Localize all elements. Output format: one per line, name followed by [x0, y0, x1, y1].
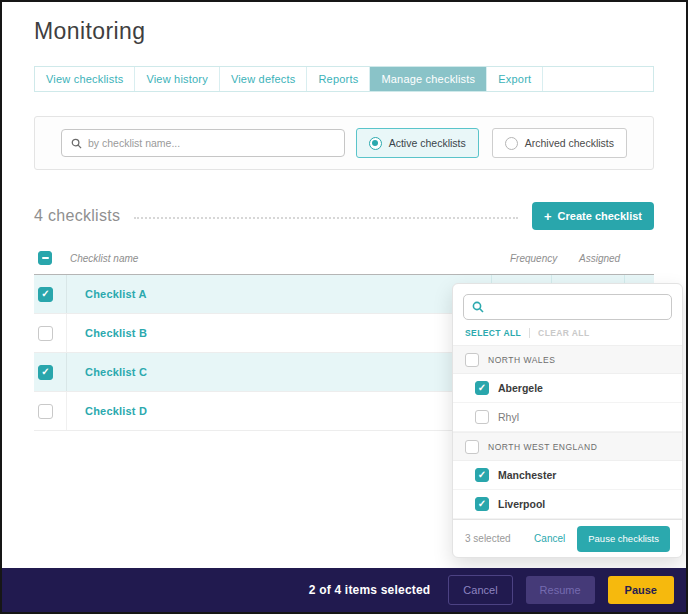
- selected-count: 3 selected: [465, 533, 511, 544]
- popover-group-row[interactable]: NORTH WEST ENGLAND: [453, 432, 682, 461]
- checklist-link[interactable]: Checklist B: [85, 327, 147, 339]
- item-label: Liverpool: [498, 498, 545, 510]
- group-label: NORTH WEST ENGLAND: [488, 442, 597, 452]
- pause-button[interactable]: Pause: [608, 576, 674, 604]
- row-name-cell: Checklist A: [66, 275, 491, 313]
- item-label: Manchester: [498, 469, 556, 481]
- popover-item-row[interactable]: Liverpool: [453, 490, 682, 519]
- radio-selected-icon: [369, 137, 382, 150]
- tab-view-checklists[interactable]: View checklists: [35, 67, 135, 91]
- create-checklist-label: Create checklist: [558, 210, 642, 222]
- tab-reports[interactable]: Reports: [307, 67, 370, 91]
- select-all-link[interactable]: SELECT ALL: [465, 328, 521, 338]
- resume-button[interactable]: Resume: [526, 576, 595, 604]
- popover-list: NORTH WALESAbergeleRhylNORTH WEST ENGLAN…: [453, 345, 682, 519]
- search-icon: [71, 138, 82, 149]
- item-checkbox[interactable]: [475, 497, 489, 511]
- column-assigned: Assigned: [579, 253, 620, 264]
- row-checkbox-cell: [34, 275, 66, 313]
- item-checkbox[interactable]: [475, 410, 489, 424]
- group-checkbox[interactable]: [465, 440, 479, 454]
- active-checklists-label: Active checklists: [389, 137, 466, 149]
- column-checklist-name: Checklist name: [70, 253, 138, 264]
- pause-checklists-button[interactable]: Pause checklists: [577, 526, 670, 552]
- row-name-cell: Checklist D: [66, 392, 491, 430]
- popover-footer: 3 selected Cancel Pause checklists: [453, 519, 682, 557]
- popover-item-row[interactable]: Abergele: [453, 374, 682, 403]
- checklist-link[interactable]: Checklist A: [85, 288, 147, 300]
- popover-item-row[interactable]: Rhyl: [453, 403, 682, 432]
- checklist-link[interactable]: Checklist D: [85, 405, 147, 417]
- tab-bar: View checklistsView historyView defectsR…: [34, 66, 654, 92]
- group-checkbox[interactable]: [465, 353, 479, 367]
- checklist-link[interactable]: Checklist C: [85, 366, 147, 378]
- list-header: 4 checklists Create checklist: [34, 202, 654, 230]
- create-checklist-button[interactable]: Create checklist: [532, 202, 654, 230]
- row-name-cell: Checklist B: [66, 314, 491, 352]
- popover-search-icon: [472, 301, 484, 313]
- clear-all-link[interactable]: CLEAR ALL: [538, 328, 589, 338]
- page-title: Monitoring: [34, 18, 654, 45]
- popover-search-box[interactable]: [463, 294, 672, 320]
- select-all-checkbox[interactable]: [38, 251, 52, 265]
- row-checkbox-cell: [34, 314, 66, 352]
- column-frequency: Frequency: [510, 253, 557, 264]
- dotted-divider: [134, 217, 518, 219]
- row-checkbox[interactable]: [38, 365, 53, 380]
- pause-checklists-popover: SELECT ALL CLEAR ALL NORTH WALESAbergele…: [452, 283, 683, 558]
- popover-actions: SELECT ALL CLEAR ALL: [453, 320, 682, 345]
- table-header: Checklist name Frequency Assigned: [34, 248, 654, 268]
- row-checkbox[interactable]: [38, 404, 53, 419]
- popover-item-row[interactable]: Manchester: [453, 461, 682, 490]
- checklist-search-box[interactable]: [61, 129, 345, 157]
- tab-view-defects[interactable]: View defects: [220, 67, 308, 91]
- tab-manage-checklists[interactable]: Manage checklists: [370, 67, 487, 91]
- archived-checklists-radio[interactable]: Archived checklists: [492, 128, 627, 158]
- checklist-count: 4 checklists: [34, 207, 120, 225]
- item-label: Abergele: [498, 382, 543, 394]
- active-checklists-radio[interactable]: Active checklists: [356, 128, 479, 158]
- search-input[interactable]: [88, 137, 335, 149]
- item-label: Rhyl: [498, 411, 519, 423]
- monitoring-page: Monitoring View checklistsView historyVi…: [0, 0, 688, 614]
- row-name-cell: Checklist C: [66, 353, 491, 391]
- row-checkbox-cell: [34, 353, 66, 391]
- cancel-button[interactable]: Cancel: [448, 575, 512, 605]
- filter-panel: Active checklists Archived checklists: [34, 116, 654, 170]
- plus-icon: [544, 209, 552, 224]
- actions-divider: [529, 328, 530, 338]
- bottom-action-bar: 2 of 4 items selected Cancel Resume Paus…: [2, 568, 686, 612]
- tab-view-history[interactable]: View history: [135, 67, 220, 91]
- row-checkbox-cell: [34, 392, 66, 430]
- tab-export[interactable]: Export: [487, 67, 543, 91]
- popover-group-row[interactable]: NORTH WALES: [453, 345, 682, 374]
- radio-unselected-icon: [505, 137, 518, 150]
- popover-cancel-link[interactable]: Cancel: [534, 533, 565, 544]
- selection-status: 2 of 4 items selected: [309, 583, 431, 597]
- item-checkbox[interactable]: [475, 381, 489, 395]
- popover-search-input[interactable]: [490, 301, 663, 313]
- group-label: NORTH WALES: [488, 355, 555, 365]
- item-checkbox[interactable]: [475, 468, 489, 482]
- row-checkbox[interactable]: [38, 287, 53, 302]
- archived-checklists-label: Archived checklists: [525, 137, 614, 149]
- row-checkbox[interactable]: [38, 326, 53, 341]
- status-filter-group: Active checklists Archived checklists: [356, 128, 627, 158]
